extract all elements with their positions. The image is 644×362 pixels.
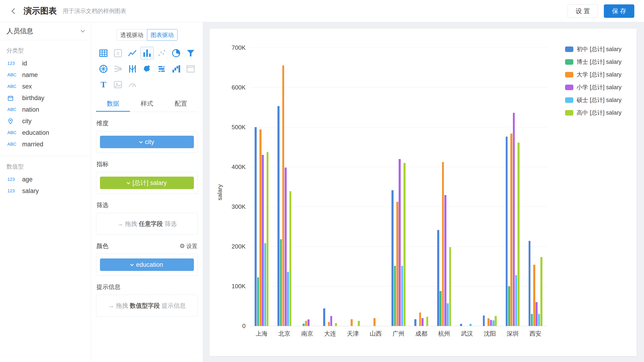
legend-item[interactable]: 初中 [总计] salary [565,45,622,53]
chart-type-funnel-chart-icon[interactable] [184,47,197,60]
legend-item[interactable]: 大学 [总计] salary [565,71,622,78]
legend-item[interactable]: 高中 [总计] salary [565,109,622,116]
chart-type-iframe-icon[interactable] [184,62,197,75]
color-settings-button[interactable]: ⚙ 设置 [180,243,197,250]
bar-成都-高中 [总计] salary[interactable] [426,317,428,326]
mode-pivot-button[interactable]: 透视驱动 [116,29,147,41]
bar-大连-小学 [总计] salary[interactable] [330,316,332,326]
field-item-nation[interactable]: ABCnation [0,104,91,115]
chart-type-scatter-chart-icon[interactable] [155,47,168,60]
chart-type-pie-chart-icon[interactable] [170,47,183,60]
chart-type-image-icon[interactable] [111,78,125,91]
bar-杭州-初中 [总计] salary[interactable] [437,230,439,326]
bar-杭州-博士 [总计] salary[interactable] [440,291,442,326]
field-item-sex[interactable]: ABCsex [0,81,91,92]
bar-北京-高中 [总计] salary[interactable] [290,191,292,326]
chart-type-line-chart-icon[interactable] [126,47,139,60]
bar-广州-硕士 [总计] salary[interactable] [401,266,403,326]
bar-天津-高中 [总计] salary[interactable] [358,321,360,326]
color-dropzone[interactable]: education [96,254,198,276]
data-source-selector[interactable]: 人员信息 [0,22,91,40]
bar-西安-初中 [总计] salary[interactable] [528,241,531,326]
bar-沈阳-小学 [总计] salary[interactable] [490,320,492,326]
bar-上海-初中 [总计] salary[interactable] [254,127,257,326]
bar-西安-硕士 [总计] salary[interactable] [538,314,540,326]
save-button[interactable]: 保 存 [604,5,634,18]
field-item-age[interactable]: 123age [0,173,91,185]
legend-item[interactable]: 博士 [总计] salary [565,58,622,66]
chart-type-gauge-icon[interactable] [126,78,139,91]
chart-type-table-icon[interactable] [97,47,110,60]
bar-沈阳-硕士 [总计] salary[interactable] [492,320,494,326]
field-item-married[interactable]: ABCmarried [0,138,91,150]
tab-style[interactable]: 样式 [130,96,164,112]
tab-config[interactable]: 配置 [164,96,198,112]
bar-西安-高中 [总计] salary[interactable] [540,257,542,326]
bar-杭州-硕士 [总计] salary[interactable] [447,303,449,326]
bar-西安-小学 [总计] salary[interactable] [536,302,538,326]
bar-南京-小学 [总计] salary[interactable] [308,319,310,326]
chart-type-bar-chart-icon[interactable] [140,47,154,60]
chart-type-wordcloud-chart-icon[interactable] [155,62,168,75]
bar-北京-博士 [总计] salary[interactable] [280,239,282,326]
bar-北京-小学 [总计] salary[interactable] [284,167,287,326]
legend-item[interactable]: 硕士 [总计] salary [565,96,622,104]
color-pill-education[interactable]: education [100,258,194,271]
bar-大连-大学 [总计] salary[interactable] [328,322,330,326]
chart-type-sankey-chart-icon[interactable] [111,62,125,75]
field-item-city[interactable]: city [0,115,91,127]
back-button[interactable] [10,7,19,16]
field-item-salary[interactable]: 123salary [0,185,91,197]
bar-杭州-大学 [总计] salary[interactable] [442,162,444,326]
bar-广州-大学 [总计] salary[interactable] [396,202,398,326]
bar-大连-初中 [总计] salary[interactable] [323,308,325,326]
bar-广州-博士 [总计] salary[interactable] [394,266,396,326]
chart-type-number-card-icon[interactable]: 8 [111,47,125,60]
chart-type-text-icon[interactable]: T [97,78,110,91]
bar-北京-初中 [总计] salary[interactable] [278,106,280,326]
settings-button[interactable]: 设 置 [568,5,598,18]
bar-广州-小学 [总计] salary[interactable] [399,159,401,326]
mode-chart-button[interactable]: 图表驱动 [147,29,178,41]
bar-沈阳-初中 [总计] salary[interactable] [483,315,485,326]
chart-type-waterfall-chart-icon[interactable] [170,62,183,75]
chart-type-map-chart-icon[interactable] [140,62,154,75]
bar-成都-大学 [总计] salary[interactable] [419,312,421,326]
bar-北京-硕士 [总计] salary[interactable] [287,272,289,326]
chart-type-radar-chart-icon[interactable] [97,62,110,75]
field-item-id[interactable]: 123id [0,58,91,69]
bar-深圳-初中 [总计] salary[interactable] [506,137,508,326]
bar-武汉-硕士 [总计] salary[interactable] [470,324,472,326]
bar-北京-大学 [总计] salary[interactable] [282,65,284,326]
bar-大连-高中 [总计] salary[interactable] [335,323,337,326]
bar-上海-大学 [总计] salary[interactable] [260,129,262,326]
bar-武汉-初中 [总计] salary[interactable] [460,324,462,326]
metric-dropzone[interactable]: [总计] salary [96,172,198,194]
bar-广州-高中 [总计] salary[interactable] [404,163,406,326]
filter-dropzone[interactable]: → 拖拽任意字段筛选 [96,213,198,235]
bar-深圳-硕士 [总计] salary[interactable] [515,275,517,326]
bar-西安-博士 [总计] salary[interactable] [531,314,533,326]
dimension-dropzone[interactable]: city [96,131,198,153]
bar-沈阳-高中 [总计] salary[interactable] [495,316,497,326]
field-item-name[interactable]: ABCname [0,69,91,81]
metric-pill-salary[interactable]: [总计] salary [100,176,194,189]
chart-type-parallel-chart-icon[interactable] [126,62,139,75]
bar-沈阳-大学 [总计] salary[interactable] [488,318,490,326]
field-item-birthday[interactable]: birthday [0,92,91,104]
dimension-pill-city[interactable]: city [100,136,194,148]
bar-上海-硕士 [总计] salary[interactable] [264,243,266,326]
bar-天津-大学 [总计] salary[interactable] [350,319,353,326]
bar-南京-博士 [总计] salary[interactable] [302,324,305,326]
bar-杭州-高中 [总计] salary[interactable] [449,247,451,326]
bar-南京-大学 [总计] salary[interactable] [305,321,307,326]
bar-深圳-博士 [总计] salary[interactable] [508,286,510,326]
bar-成都-小学 [总计] salary[interactable] [422,318,424,326]
tab-data[interactable]: 数据 [96,96,130,112]
bar-深圳-高中 [总计] salary[interactable] [518,143,520,326]
bar-山西-大学 [总计] salary[interactable] [374,318,376,326]
legend-item[interactable]: 小学 [总计] salary [565,83,622,91]
bar-上海-博士 [总计] salary[interactable] [257,277,259,326]
tooltip-dropzone[interactable]: → 拖拽数值型字段提示信息 [96,295,198,316]
bar-上海-高中 [总计] salary[interactable] [266,152,269,326]
